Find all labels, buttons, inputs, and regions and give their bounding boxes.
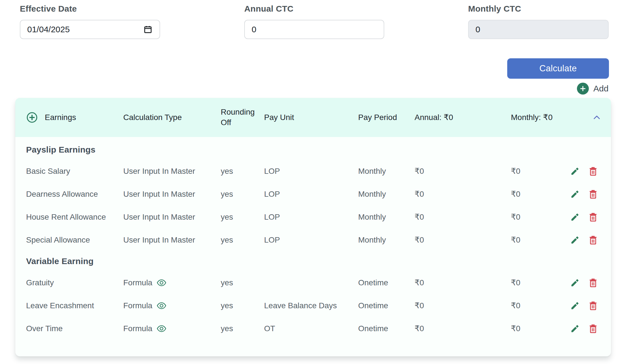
pay-unit-cell: LOP <box>264 167 358 176</box>
edit-pencil-icon[interactable] <box>570 323 580 334</box>
rounding-off-cell: yes <box>221 235 264 245</box>
calendar-icon[interactable] <box>143 25 153 34</box>
pay-unit-cell-text: Leave Balance Days <box>264 301 337 310</box>
monthly-amount-cell-text: ₹0 <box>511 189 520 199</box>
add-earning-plus-icon[interactable] <box>26 112 38 123</box>
calculation-type-cell-text: Formula <box>123 301 152 310</box>
pay-period-cell-text: Onetime <box>358 278 388 287</box>
earning-name-cell: Leave Encashment <box>26 301 123 310</box>
header-pay-period: Pay Period <box>358 112 415 123</box>
monthly-ctc-label: Monthly CTC <box>468 4 609 14</box>
annual-ctc-value: 0 <box>252 25 377 34</box>
rounding-off-cell-text: yes <box>221 278 233 287</box>
section-title: Variable Earning <box>26 251 602 271</box>
add-earning-button[interactable]: Add <box>577 83 608 95</box>
monthly-amount-cell: ₹0 <box>511 235 570 245</box>
effective-date-field: Effective Date 01/04/2025 <box>20 4 160 39</box>
chevron-up-icon[interactable] <box>591 112 602 123</box>
pay-unit-cell: OT <box>264 324 358 333</box>
earning-row: Special AllowanceUser Input In Masteryes… <box>26 228 602 251</box>
annual-amount-cell: ₹0 <box>415 278 511 287</box>
edit-pencil-icon[interactable] <box>570 277 580 288</box>
monthly-amount-cell-text: ₹0 <box>511 212 520 222</box>
calculate-button[interactable]: Calculate <box>507 58 609 79</box>
rounding-off-cell: yes <box>221 167 264 176</box>
effective-date-input[interactable]: 01/04/2025 <box>20 20 160 39</box>
pay-period-cell: Onetime <box>358 278 415 287</box>
rounding-off-cell: yes <box>221 213 264 222</box>
calculation-type-cell: Formula <box>123 301 221 310</box>
earning-name-cell: Dearness Allowance <box>26 190 123 199</box>
annual-amount-cell: ₹0 <box>415 235 511 245</box>
monthly-ctc-input: 0 <box>468 20 609 39</box>
edit-pencil-icon[interactable] <box>570 212 580 222</box>
header-annual-total: Annual: ₹0 <box>415 112 511 123</box>
view-formula-eye-icon[interactable] <box>156 279 167 287</box>
annual-amount-cell: ₹0 <box>415 301 511 310</box>
pay-unit-cell-text: LOP <box>264 167 280 176</box>
row-actions-cell <box>570 166 602 177</box>
earning-row: Over TimeFormulayesOTOnetime₹0₹0 <box>26 317 602 340</box>
pay-period-cell: Onetime <box>358 324 415 333</box>
annual-amount-cell-text: ₹0 <box>415 278 424 287</box>
rounding-off-cell: yes <box>221 278 264 287</box>
delete-trash-icon[interactable] <box>588 166 598 177</box>
monthly-amount-cell-text: ₹0 <box>511 166 520 176</box>
annual-amount-cell-text: ₹0 <box>415 301 424 310</box>
row-actions-cell <box>570 323 602 334</box>
view-formula-eye-icon[interactable] <box>156 301 167 310</box>
calculation-type-cell-text: Formula <box>123 278 152 287</box>
edit-pencil-icon[interactable] <box>570 166 580 177</box>
rounding-off-cell-text: yes <box>221 190 233 199</box>
effective-date-label: Effective Date <box>20 4 160 14</box>
rounding-off-cell: yes <box>221 190 264 199</box>
pay-period-cell-text: Monthly <box>358 213 386 222</box>
monthly-amount-cell-text: ₹0 <box>511 301 520 310</box>
delete-trash-icon[interactable] <box>588 189 598 200</box>
monthly-amount-cell: ₹0 <box>511 212 570 222</box>
calculation-type-cell: User Input In Master <box>123 235 221 245</box>
row-actions-cell <box>570 300 602 311</box>
add-label: Add <box>593 84 608 93</box>
delete-trash-icon[interactable] <box>588 277 598 288</box>
edit-pencil-icon[interactable] <box>570 235 580 245</box>
delete-trash-icon[interactable] <box>588 212 598 222</box>
earning-name-cell-text: Over Time <box>26 324 63 333</box>
monthly-amount-cell: ₹0 <box>511 301 570 310</box>
calculation-type-cell: Formula <box>123 324 221 333</box>
earning-name-cell: Special Allowance <box>26 235 123 245</box>
delete-trash-icon[interactable] <box>588 323 598 334</box>
delete-trash-icon[interactable] <box>588 235 598 245</box>
effective-date-value: 01/04/2025 <box>27 25 143 34</box>
delete-trash-icon[interactable] <box>588 300 598 311</box>
pay-unit-cell: LOP <box>264 235 358 245</box>
pay-period-cell-text: Monthly <box>358 167 386 176</box>
annual-ctc-label: Annual CTC <box>244 4 384 14</box>
rounding-off-cell: yes <box>221 301 264 310</box>
earning-name-cell-text: Basic Salary <box>26 167 70 176</box>
earning-row: Leave EncashmentFormulayesLeave Balance … <box>26 294 602 317</box>
earnings-table-body: Payslip EarningsBasic SalaryUser Input I… <box>15 137 611 356</box>
rounding-off-cell-text: yes <box>221 324 233 333</box>
pay-period-cell: Monthly <box>358 235 415 245</box>
monthly-amount-cell: ₹0 <box>511 166 570 176</box>
view-formula-eye-icon[interactable] <box>156 324 167 333</box>
annual-ctc-input[interactable]: 0 <box>244 20 384 39</box>
pay-unit-cell-text: LOP <box>264 190 280 199</box>
earning-name-cell-text: Dearness Allowance <box>26 190 98 199</box>
calculation-type-cell-text: User Input In Master <box>123 235 195 245</box>
pay-period-cell: Monthly <box>358 213 415 222</box>
calculation-type-cell-text: User Input In Master <box>123 190 195 199</box>
annual-amount-cell: ₹0 <box>415 189 511 199</box>
edit-pencil-icon[interactable] <box>570 300 580 311</box>
earning-name-cell-text: Special Allowance <box>26 235 90 245</box>
rounding-off-cell-text: yes <box>221 301 233 310</box>
annual-ctc-field: Annual CTC 0 <box>244 4 384 39</box>
monthly-amount-cell-text: ₹0 <box>511 278 520 287</box>
header-earnings-label: Earnings <box>45 112 76 123</box>
calculation-type-cell-text: User Input In Master <box>123 167 195 176</box>
header-rounding-off: Rounding Off <box>221 107 264 128</box>
edit-pencil-icon[interactable] <box>570 189 580 200</box>
row-actions-cell <box>570 189 602 200</box>
pay-period-cell-text: Onetime <box>358 301 388 310</box>
